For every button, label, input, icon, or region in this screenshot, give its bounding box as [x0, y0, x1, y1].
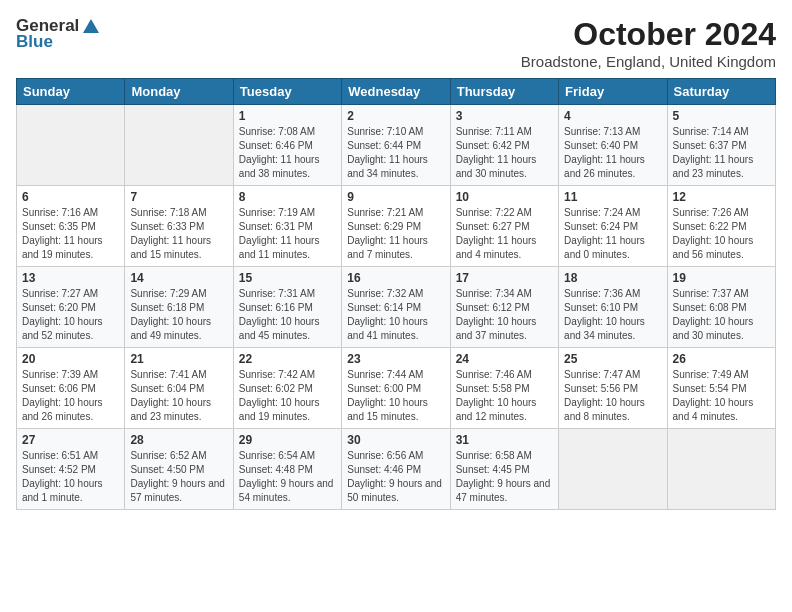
header-cell-wednesday: Wednesday: [342, 79, 450, 105]
day-number: 8: [239, 190, 336, 204]
logo-icon: [81, 17, 101, 35]
day-number: 26: [673, 352, 770, 366]
day-number: 11: [564, 190, 661, 204]
day-content: Sunrise: 6:58 AM Sunset: 4:45 PM Dayligh…: [456, 449, 553, 505]
day-number: 15: [239, 271, 336, 285]
day-number: 9: [347, 190, 444, 204]
day-content: Sunrise: 7:46 AM Sunset: 5:58 PM Dayligh…: [456, 368, 553, 424]
day-number: 25: [564, 352, 661, 366]
day-content: Sunrise: 7:08 AM Sunset: 6:46 PM Dayligh…: [239, 125, 336, 181]
month-title: October 2024: [521, 16, 776, 53]
week-row-4: 20Sunrise: 7:39 AM Sunset: 6:06 PM Dayli…: [17, 348, 776, 429]
day-content: Sunrise: 7:34 AM Sunset: 6:12 PM Dayligh…: [456, 287, 553, 343]
day-content: Sunrise: 7:21 AM Sunset: 6:29 PM Dayligh…: [347, 206, 444, 262]
day-number: 16: [347, 271, 444, 285]
day-content: Sunrise: 7:44 AM Sunset: 6:00 PM Dayligh…: [347, 368, 444, 424]
calendar-cell: 23Sunrise: 7:44 AM Sunset: 6:00 PM Dayli…: [342, 348, 450, 429]
calendar-cell: 8Sunrise: 7:19 AM Sunset: 6:31 PM Daylig…: [233, 186, 341, 267]
calendar-cell: 20Sunrise: 7:39 AM Sunset: 6:06 PM Dayli…: [17, 348, 125, 429]
day-content: Sunrise: 7:22 AM Sunset: 6:27 PM Dayligh…: [456, 206, 553, 262]
day-content: Sunrise: 7:11 AM Sunset: 6:42 PM Dayligh…: [456, 125, 553, 181]
day-number: 14: [130, 271, 227, 285]
day-content: Sunrise: 7:29 AM Sunset: 6:18 PM Dayligh…: [130, 287, 227, 343]
day-number: 27: [22, 433, 119, 447]
calendar-cell: 2Sunrise: 7:10 AM Sunset: 6:44 PM Daylig…: [342, 105, 450, 186]
day-number: 17: [456, 271, 553, 285]
page-header: General Blue October 2024 Broadstone, En…: [16, 16, 776, 70]
calendar-cell: 10Sunrise: 7:22 AM Sunset: 6:27 PM Dayli…: [450, 186, 558, 267]
day-content: Sunrise: 6:51 AM Sunset: 4:52 PM Dayligh…: [22, 449, 119, 505]
calendar-cell: 15Sunrise: 7:31 AM Sunset: 6:16 PM Dayli…: [233, 267, 341, 348]
day-number: 12: [673, 190, 770, 204]
calendar-cell: 17Sunrise: 7:34 AM Sunset: 6:12 PM Dayli…: [450, 267, 558, 348]
calendar-cell: 25Sunrise: 7:47 AM Sunset: 5:56 PM Dayli…: [559, 348, 667, 429]
calendar-cell: 31Sunrise: 6:58 AM Sunset: 4:45 PM Dayli…: [450, 429, 558, 510]
calendar-cell: 11Sunrise: 7:24 AM Sunset: 6:24 PM Dayli…: [559, 186, 667, 267]
day-content: Sunrise: 7:47 AM Sunset: 5:56 PM Dayligh…: [564, 368, 661, 424]
svg-marker-0: [83, 19, 99, 33]
day-content: Sunrise: 6:52 AM Sunset: 4:50 PM Dayligh…: [130, 449, 227, 505]
week-row-5: 27Sunrise: 6:51 AM Sunset: 4:52 PM Dayli…: [17, 429, 776, 510]
calendar-cell: 6Sunrise: 7:16 AM Sunset: 6:35 PM Daylig…: [17, 186, 125, 267]
day-number: 1: [239, 109, 336, 123]
calendar-cell: 26Sunrise: 7:49 AM Sunset: 5:54 PM Dayli…: [667, 348, 775, 429]
day-content: Sunrise: 7:24 AM Sunset: 6:24 PM Dayligh…: [564, 206, 661, 262]
day-number: 28: [130, 433, 227, 447]
day-number: 6: [22, 190, 119, 204]
day-number: 23: [347, 352, 444, 366]
day-content: Sunrise: 7:39 AM Sunset: 6:06 PM Dayligh…: [22, 368, 119, 424]
day-number: 24: [456, 352, 553, 366]
day-content: Sunrise: 7:14 AM Sunset: 6:37 PM Dayligh…: [673, 125, 770, 181]
calendar-cell: 3Sunrise: 7:11 AM Sunset: 6:42 PM Daylig…: [450, 105, 558, 186]
header-cell-friday: Friday: [559, 79, 667, 105]
day-content: Sunrise: 7:41 AM Sunset: 6:04 PM Dayligh…: [130, 368, 227, 424]
location-text: Broadstone, England, United Kingdom: [521, 53, 776, 70]
calendar-cell: 28Sunrise: 6:52 AM Sunset: 4:50 PM Dayli…: [125, 429, 233, 510]
calendar-table: SundayMondayTuesdayWednesdayThursdayFrid…: [16, 78, 776, 510]
day-number: 10: [456, 190, 553, 204]
calendar-body: 1Sunrise: 7:08 AM Sunset: 6:46 PM Daylig…: [17, 105, 776, 510]
calendar-cell: 29Sunrise: 6:54 AM Sunset: 4:48 PM Dayli…: [233, 429, 341, 510]
calendar-cell: 30Sunrise: 6:56 AM Sunset: 4:46 PM Dayli…: [342, 429, 450, 510]
day-content: Sunrise: 7:18 AM Sunset: 6:33 PM Dayligh…: [130, 206, 227, 262]
day-content: Sunrise: 7:42 AM Sunset: 6:02 PM Dayligh…: [239, 368, 336, 424]
day-content: Sunrise: 7:32 AM Sunset: 6:14 PM Dayligh…: [347, 287, 444, 343]
calendar-cell: 9Sunrise: 7:21 AM Sunset: 6:29 PM Daylig…: [342, 186, 450, 267]
day-content: Sunrise: 7:10 AM Sunset: 6:44 PM Dayligh…: [347, 125, 444, 181]
day-number: 31: [456, 433, 553, 447]
week-row-3: 13Sunrise: 7:27 AM Sunset: 6:20 PM Dayli…: [17, 267, 776, 348]
calendar-cell: 24Sunrise: 7:46 AM Sunset: 5:58 PM Dayli…: [450, 348, 558, 429]
day-content: Sunrise: 7:36 AM Sunset: 6:10 PM Dayligh…: [564, 287, 661, 343]
calendar-cell: 18Sunrise: 7:36 AM Sunset: 6:10 PM Dayli…: [559, 267, 667, 348]
calendar-cell: [559, 429, 667, 510]
calendar-header: SundayMondayTuesdayWednesdayThursdayFrid…: [17, 79, 776, 105]
header-cell-thursday: Thursday: [450, 79, 558, 105]
calendar-cell: 19Sunrise: 7:37 AM Sunset: 6:08 PM Dayli…: [667, 267, 775, 348]
day-number: 21: [130, 352, 227, 366]
calendar-cell: 16Sunrise: 7:32 AM Sunset: 6:14 PM Dayli…: [342, 267, 450, 348]
calendar-cell: 21Sunrise: 7:41 AM Sunset: 6:04 PM Dayli…: [125, 348, 233, 429]
day-content: Sunrise: 7:27 AM Sunset: 6:20 PM Dayligh…: [22, 287, 119, 343]
calendar-cell: 1Sunrise: 7:08 AM Sunset: 6:46 PM Daylig…: [233, 105, 341, 186]
day-number: 30: [347, 433, 444, 447]
logo-blue-text: Blue: [16, 32, 53, 52]
header-cell-sunday: Sunday: [17, 79, 125, 105]
calendar-cell: 12Sunrise: 7:26 AM Sunset: 6:22 PM Dayli…: [667, 186, 775, 267]
calendar-cell: 7Sunrise: 7:18 AM Sunset: 6:33 PM Daylig…: [125, 186, 233, 267]
day-content: Sunrise: 7:13 AM Sunset: 6:40 PM Dayligh…: [564, 125, 661, 181]
day-content: Sunrise: 6:54 AM Sunset: 4:48 PM Dayligh…: [239, 449, 336, 505]
calendar-cell: 22Sunrise: 7:42 AM Sunset: 6:02 PM Dayli…: [233, 348, 341, 429]
day-content: Sunrise: 7:31 AM Sunset: 6:16 PM Dayligh…: [239, 287, 336, 343]
header-row: SundayMondayTuesdayWednesdayThursdayFrid…: [17, 79, 776, 105]
logo: General Blue: [16, 16, 101, 53]
day-content: Sunrise: 7:49 AM Sunset: 5:54 PM Dayligh…: [673, 368, 770, 424]
day-number: 2: [347, 109, 444, 123]
day-content: Sunrise: 7:37 AM Sunset: 6:08 PM Dayligh…: [673, 287, 770, 343]
week-row-1: 1Sunrise: 7:08 AM Sunset: 6:46 PM Daylig…: [17, 105, 776, 186]
calendar-cell: [17, 105, 125, 186]
calendar-cell: [125, 105, 233, 186]
calendar-cell: 13Sunrise: 7:27 AM Sunset: 6:20 PM Dayli…: [17, 267, 125, 348]
title-block: October 2024 Broadstone, England, United…: [521, 16, 776, 70]
day-content: Sunrise: 7:16 AM Sunset: 6:35 PM Dayligh…: [22, 206, 119, 262]
calendar-cell: 5Sunrise: 7:14 AM Sunset: 6:37 PM Daylig…: [667, 105, 775, 186]
